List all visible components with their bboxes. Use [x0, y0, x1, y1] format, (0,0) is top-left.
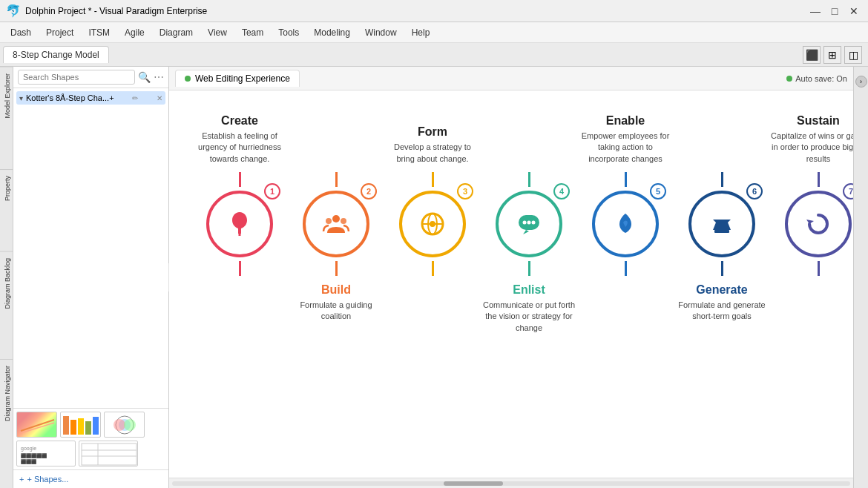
step-circle-1 — [206, 191, 273, 257]
menu-tools[interactable]: Tools — [271, 24, 306, 41]
step-circle-wrap-7[interactable]: 7 — [781, 187, 853, 261]
step-circle-2 — [303, 191, 369, 257]
step-top-text-3: FormDevelop a strategy to bring about ch… — [384, 105, 481, 172]
tree-label: Kotter's 8Å-Step Cha...+ — [26, 93, 114, 102]
menu-diagram[interactable]: Diagram — [152, 24, 200, 41]
more-options-icon[interactable]: ⋯ — [154, 71, 164, 83]
step-bottom-title-6: Generate — [696, 283, 747, 297]
thumbnails-panel: google ⬛⬛⬛⬛⬛ ⬛⬛⬛ — [13, 408, 168, 469]
tree-arrow: ▾ — [19, 94, 23, 102]
step-circle-wrap-6[interactable]: 6 — [685, 187, 759, 261]
model-explorer-panel: 🔍 ⋯ ▾ Kotter's 8Å-Step Cha...+ ✏ ✕ — [13, 67, 169, 488]
menu-dash[interactable]: Dash — [3, 24, 39, 41]
step-col-2: 2BuildFormulate a guiding coalition — [288, 105, 384, 463]
view-toggle-2[interactable]: ⊞ — [823, 46, 841, 64]
svg-rect-4 — [78, 418, 84, 435]
vline-bottom-1 — [239, 261, 241, 276]
svg-point-28 — [523, 221, 527, 225]
svg-point-30 — [532, 221, 536, 225]
model-explorer-tab[interactable]: Model Explorer — [0, 67, 13, 125]
svg-line-1 — [21, 423, 54, 433]
thumbnail-3[interactable] — [104, 412, 145, 438]
menu-project[interactable]: Project — [39, 24, 81, 41]
vline-top-7 — [818, 172, 820, 187]
vline-bottom-2 — [335, 261, 338, 276]
right-panel-toggle: › — [853, 67, 868, 488]
step-bottom-text-2: BuildFormulate a guiding coalition — [288, 276, 384, 343]
step-bottom-text-6: GenerateFormulate and generate short-ter… — [674, 276, 770, 343]
step-col-3: FormDevelop a strategy to bring about ch… — [384, 105, 481, 463]
step-circle-wrap-3[interactable]: 3 — [395, 187, 470, 261]
svg-rect-2 — [63, 416, 69, 435]
step-circle-6 — [688, 191, 755, 257]
step-bottom-desc-6: Formulate and generate short-term goals — [674, 300, 770, 323]
edit-icon[interactable]: ✏ — [132, 94, 138, 102]
menu-itsm[interactable]: ITSM — [81, 24, 117, 41]
svg-point-20 — [332, 215, 340, 222]
thumbnail-1[interactable] — [16, 412, 57, 438]
svg-rect-6 — [93, 417, 99, 435]
step-circle-wrap-2[interactable]: 2 — [299, 187, 373, 261]
step-bottom-title-2: Build — [321, 283, 351, 297]
close-button[interactable]: ✕ — [846, 3, 862, 19]
step-top-text-1: CreateEstablish a feeling of urgency of … — [191, 105, 288, 172]
thumbnail-5[interactable] — [79, 441, 138, 466]
view-toggle-3[interactable]: ◫ — [844, 46, 862, 64]
scroll-track[interactable] — [172, 481, 850, 486]
menu-view[interactable]: View — [200, 24, 234, 41]
step-number-1: 1 — [264, 183, 280, 200]
svg-point-10 — [124, 419, 136, 431]
kotter-diagram: CreateEstablish a feeling of urgency of … — [169, 90, 853, 478]
step-title-3: Form — [418, 125, 447, 139]
svg-point-9 — [114, 419, 125, 431]
step-circle-wrap-4[interactable]: 4 — [492, 187, 566, 261]
step-title-7: Sustain — [797, 114, 840, 128]
menu-help[interactable]: Help — [404, 24, 438, 41]
right-collapse-button[interactable]: › — [855, 76, 867, 88]
web-tab-label: Web Editing Experience — [195, 73, 290, 84]
diagram-navigator-tab[interactable]: Diagram Navigator — [0, 359, 13, 427]
maximize-button[interactable]: □ — [826, 3, 843, 19]
active-tab[interactable]: 8-Step Change Model — [3, 46, 109, 63]
step-bottom-title-4: Enlist — [513, 283, 545, 297]
web-editing-tab[interactable]: Web Editing Experience — [175, 70, 300, 87]
autosave-dot — [786, 76, 792, 82]
svg-rect-32 — [714, 230, 729, 233]
menu-modeling[interactable]: Modeling — [306, 24, 358, 41]
thumbnail-2[interactable] — [60, 412, 101, 438]
svg-rect-3 — [70, 420, 76, 435]
diagram-backlog-tab[interactable]: Diagram Backlog — [0, 251, 13, 315]
step-col-4: 4EnlistCommunicate or put forth the visi… — [481, 105, 577, 463]
shapes-footer[interactable]: + + Shapes... — [13, 469, 168, 488]
step-title-1: Create — [221, 114, 258, 128]
svg-point-26 — [430, 221, 435, 227]
scroll-thumb[interactable] — [444, 481, 503, 486]
tree-item-kotter[interactable]: ▾ Kotter's 8Å-Step Cha...+ ✏ ✕ — [16, 91, 165, 105]
search-input[interactable] — [18, 70, 135, 85]
step-circle-wrap-1[interactable]: 1 — [203, 187, 277, 261]
property-tab[interactable]: Property — [0, 169, 13, 207]
step-number-3: 3 — [457, 183, 473, 200]
svg-text:⬛⬛⬛⬛⬛: ⬛⬛⬛⬛⬛ — [21, 453, 47, 459]
step-col-5: EnableEmpower employees for taking actio… — [577, 105, 674, 463]
shapes-icon: + — [19, 475, 24, 484]
diagram-canvas[interactable]: CreateEstablish a feeling of urgency of … — [169, 90, 853, 478]
menu-team[interactable]: Team — [234, 24, 271, 41]
search-icon: 🔍 — [138, 71, 151, 83]
menu-window[interactable]: Window — [358, 24, 404, 41]
close-item-icon[interactable]: ✕ — [157, 94, 162, 102]
menu-agile[interactable]: Agile — [117, 24, 152, 41]
minimize-button[interactable]: — — [807, 3, 823, 19]
step-bottom-desc-4: Communicate or put forth the vision or s… — [481, 300, 577, 334]
step-circle-wrap-5[interactable]: 5 — [588, 187, 662, 261]
step-top-text-5: EnableEmpower employees for taking actio… — [577, 105, 674, 172]
thumbnail-4[interactable]: google ⬛⬛⬛⬛⬛ ⬛⬛⬛ — [16, 441, 76, 466]
shapes-label: + Shapes... — [27, 475, 68, 484]
view-toggle-1[interactable]: ⬛ — [803, 46, 821, 64]
svg-text:google: google — [21, 446, 36, 452]
main-layout: Model Explorer Property Diagram Backlog … — [0, 67, 868, 488]
bottom-scrollbar[interactable] — [169, 478, 853, 488]
explorer-tree: ▾ Kotter's 8Å-Step Cha...+ ✏ ✕ — [13, 88, 168, 408]
step-number-7: 7 — [843, 183, 853, 200]
step-circle-7 — [785, 191, 852, 257]
